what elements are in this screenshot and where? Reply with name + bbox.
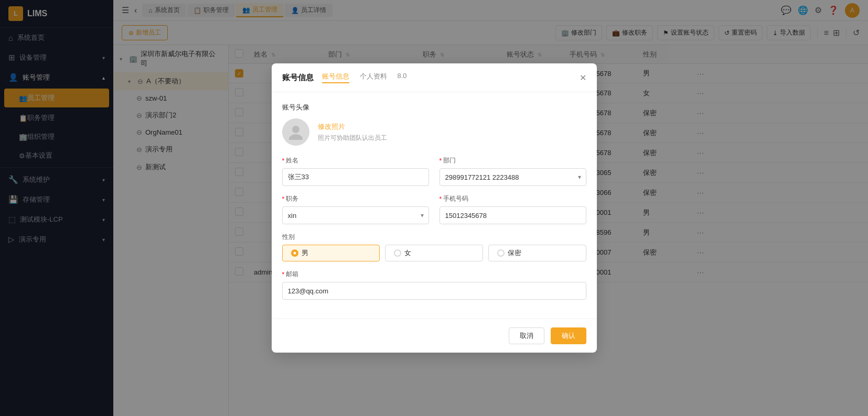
svg-point-0 <box>292 126 299 133</box>
email-input[interactable] <box>282 282 586 300</box>
required-mark: * <box>282 157 285 165</box>
gender-secret-option[interactable]: 保密 <box>488 245 586 261</box>
phone-input[interactable] <box>440 206 586 224</box>
modal-body: 账号头像 修改照片 照片可协助团队认出员工 * <box>272 92 597 319</box>
gender-female-option[interactable]: 女 <box>385 245 483 261</box>
modal-footer: 取消 确认 <box>272 319 597 353</box>
cancel-button[interactable]: 取消 <box>509 327 544 344</box>
email-label: * 邮箱 <box>282 270 586 279</box>
avatar-section-title: 账号头像 <box>282 103 586 112</box>
gender-secret-label: 保密 <box>508 248 521 258</box>
form-group-name: * 姓名 <box>282 156 429 186</box>
name-label: * 姓名 <box>282 156 429 165</box>
required-mark: * <box>440 195 442 203</box>
avatar-row: 修改照片 照片可协助团队认出员工 <box>282 118 586 146</box>
close-icon[interactable]: ✕ <box>580 73 586 83</box>
avatar <box>282 118 309 146</box>
gender-female-label: 女 <box>404 248 411 258</box>
modal-header: 账号信息 账号信息 个人资料 8.0 ✕ <box>272 63 597 92</box>
tab-version[interactable]: 8.0 <box>398 72 407 83</box>
dept-select-wrapper: 298991772121 2223488 <box>440 168 586 186</box>
radio-dot <box>497 249 505 257</box>
gender-radio-group: 男 女 保密 <box>282 245 586 261</box>
account-info-modal: 账号信息 账号信息 个人资料 8.0 ✕ 账号头像 修改照片 <box>272 63 597 353</box>
required-mark: * <box>282 271 285 278</box>
form-row-job-phone: * 职务 xin * 手机号码 <box>282 194 586 224</box>
dept-label: * 部门 <box>440 156 586 165</box>
modal-tabs: 账号信息 个人资料 8.0 <box>322 72 407 83</box>
form-group-email: * 邮箱 <box>282 270 586 300</box>
radio-dot <box>291 249 298 257</box>
job-select[interactable]: xin <box>282 206 429 224</box>
form-group-dept: * 部门 298991772121 2223488 <box>440 156 586 186</box>
avatar-info: 修改照片 照片可协助团队认出员工 <box>318 122 387 143</box>
gender-label: 性别 <box>282 233 586 242</box>
required-mark: * <box>440 157 442 165</box>
modal-title: 账号信息 <box>282 73 314 83</box>
job-label: * 职务 <box>282 194 429 203</box>
edit-avatar-button[interactable]: 修改照片 <box>318 122 387 132</box>
form-group-job: * 职务 xin <box>282 194 429 224</box>
modal-overlay[interactable]: 账号信息 账号信息 个人资料 8.0 ✕ 账号头像 修改照片 <box>0 0 868 416</box>
name-input[interactable] <box>282 168 429 186</box>
form-row-gender: 性别 男 女 保密 <box>282 233 586 261</box>
tab-account-info[interactable]: 账号信息 <box>322 72 349 83</box>
required-mark: * <box>282 195 285 203</box>
phone-label: * 手机号码 <box>440 194 586 203</box>
gender-male-label: 男 <box>302 248 308 258</box>
form-group-phone: * 手机号码 <box>440 194 586 224</box>
avatar-hint: 照片可协助团队认出员工 <box>318 134 387 143</box>
tab-personal-info[interactable]: 个人资料 <box>360 72 387 83</box>
form-row-email: * 邮箱 <box>282 270 586 300</box>
form-row-name-dept: * 姓名 * 部门 298991772121 2223488 <box>282 156 586 186</box>
form-group-gender: 性别 男 女 保密 <box>282 233 586 261</box>
radio-dot <box>394 249 401 257</box>
dept-select[interactable]: 298991772121 2223488 <box>440 168 586 186</box>
confirm-button[interactable]: 确认 <box>551 327 586 344</box>
job-select-wrapper: xin <box>282 206 429 224</box>
svg-point-1 <box>289 134 303 140</box>
gender-male-option[interactable]: 男 <box>282 245 380 261</box>
